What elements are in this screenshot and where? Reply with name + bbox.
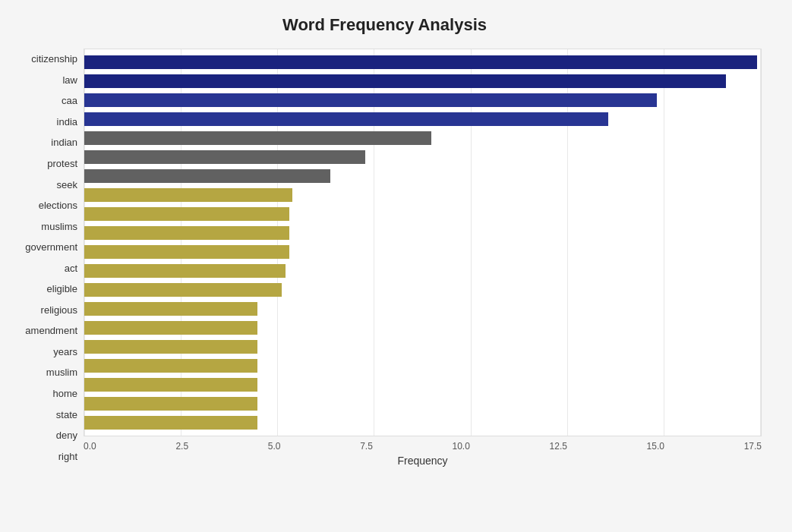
x-axis-title: Frequency bbox=[84, 455, 762, 467]
y-label: home bbox=[52, 389, 77, 398]
x-tick-label: 0.0 bbox=[84, 441, 96, 452]
x-tick-label: 10.0 bbox=[453, 441, 470, 452]
x-tick-label: 12.5 bbox=[550, 441, 567, 452]
bar bbox=[84, 283, 282, 297]
bar bbox=[84, 359, 257, 373]
bar-row bbox=[84, 111, 761, 127]
y-label: years bbox=[53, 347, 77, 357]
bar-row bbox=[84, 338, 761, 355]
bar bbox=[84, 226, 289, 240]
y-label: eligible bbox=[47, 284, 77, 294]
x-axis: 0.02.55.07.510.012.515.017.5 bbox=[84, 436, 762, 452]
bars-panel bbox=[84, 49, 762, 436]
y-label: right bbox=[58, 452, 77, 461]
y-label: muslim bbox=[46, 367, 77, 377]
bar-row bbox=[84, 130, 761, 146]
bar-row bbox=[84, 244, 761, 260]
y-label: government bbox=[25, 242, 77, 252]
chart-container: Word Frequency Analysis citizenshiplawca… bbox=[0, 0, 792, 532]
bar-row bbox=[84, 320, 761, 336]
bar-row bbox=[84, 149, 761, 165]
bar bbox=[84, 302, 257, 316]
bar bbox=[84, 150, 365, 164]
bar-row bbox=[84, 414, 761, 431]
bar bbox=[84, 55, 757, 69]
bar bbox=[84, 207, 289, 221]
y-label: act bbox=[65, 263, 77, 273]
x-tick-label: 15.0 bbox=[647, 441, 664, 452]
x-tick-label: 7.5 bbox=[360, 441, 373, 452]
bar-row bbox=[84, 357, 761, 374]
bar bbox=[84, 416, 257, 430]
chart-area: citizenshiplawcaaindiaindianprotestseeke… bbox=[8, 49, 762, 467]
bar bbox=[84, 188, 292, 202]
bar bbox=[84, 340, 257, 354]
bar-row bbox=[84, 168, 761, 184]
bar-row bbox=[84, 206, 761, 222]
y-label: religious bbox=[41, 305, 77, 315]
bar-row bbox=[84, 54, 761, 71]
bar bbox=[84, 264, 286, 278]
y-label: deny bbox=[56, 430, 77, 440]
x-tick-label: 5.0 bbox=[268, 441, 281, 452]
bar-row bbox=[84, 225, 761, 241]
bar bbox=[84, 131, 431, 145]
y-label: elections bbox=[39, 200, 77, 210]
bar bbox=[84, 321, 257, 335]
y-label: state bbox=[56, 410, 77, 420]
y-label: indian bbox=[51, 137, 77, 147]
bar-row bbox=[84, 187, 761, 203]
bar-row bbox=[84, 395, 761, 412]
y-label: seek bbox=[57, 180, 77, 190]
chart-title: Word Frequency Analysis bbox=[8, 15, 762, 35]
bar bbox=[84, 93, 657, 107]
x-tick-label: 17.5 bbox=[744, 441, 762, 452]
bar bbox=[84, 245, 289, 259]
bar-row bbox=[84, 92, 761, 109]
bar bbox=[84, 378, 257, 392]
bar-row bbox=[84, 301, 761, 317]
bar-row bbox=[84, 282, 761, 298]
y-label: muslims bbox=[41, 222, 77, 231]
bar bbox=[84, 112, 608, 126]
bars-and-xaxis: 0.02.55.07.510.012.515.017.5 Frequency bbox=[84, 49, 762, 467]
bars-wrapper bbox=[84, 49, 761, 436]
y-label: india bbox=[57, 117, 77, 127]
y-label: caa bbox=[62, 96, 77, 105]
y-label: citizenship bbox=[31, 54, 77, 64]
y-label: protest bbox=[47, 159, 77, 168]
bar-row bbox=[84, 263, 761, 279]
bar bbox=[84, 74, 726, 88]
y-label: amendment bbox=[25, 326, 77, 335]
bar-row bbox=[84, 376, 761, 393]
y-labels: citizenshiplawcaaindiaindianprotestseeke… bbox=[8, 49, 84, 467]
bar-row bbox=[84, 73, 761, 90]
bar bbox=[84, 169, 330, 183]
y-label: law bbox=[62, 75, 77, 85]
bar bbox=[84, 397, 257, 411]
x-tick-label: 2.5 bbox=[175, 441, 188, 452]
